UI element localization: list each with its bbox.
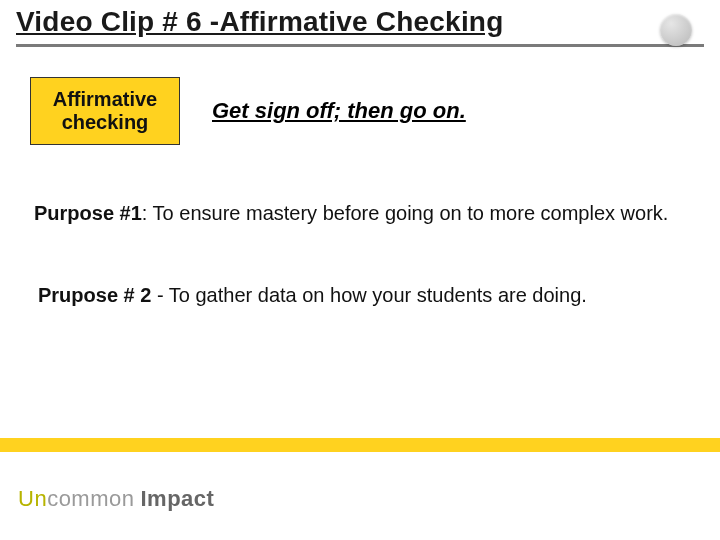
purpose-1-label: Purpose #1 <box>34 202 142 224</box>
badge-line2: checking <box>62 111 149 133</box>
logo-part-un: Un <box>18 486 47 511</box>
logo-part-impact: Impact <box>140 486 214 511</box>
tagline: Get sign off; then go on. <box>212 98 466 124</box>
purpose-2-label: Prupose # 2 <box>38 284 151 306</box>
purpose-2: Prupose # 2 - To gather data on how your… <box>30 284 690 307</box>
slide-title: Video Clip # 6 -Affirmative Checking <box>16 6 704 38</box>
badge-line1: Affirmative <box>53 88 157 110</box>
slide-header: Video Clip # 6 -Affirmative Checking <box>0 0 720 42</box>
circle-decor-icon <box>660 14 692 46</box>
accent-bar <box>0 438 720 452</box>
top-row: Affirmative checking Get sign off; then … <box>30 77 690 145</box>
affirmative-badge: Affirmative checking <box>30 77 180 145</box>
logo-part-common: common <box>47 486 134 511</box>
purpose-1: Purpose #1: To ensure mastery before goi… <box>30 201 690 226</box>
purpose-2-text: - To gather data on how your students ar… <box>157 284 587 306</box>
brand-logo: UncommonImpact <box>18 486 214 512</box>
purpose-1-text: : To ensure mastery before going on to m… <box>142 202 669 224</box>
slide-content: Affirmative checking Get sign off; then … <box>0 47 720 427</box>
